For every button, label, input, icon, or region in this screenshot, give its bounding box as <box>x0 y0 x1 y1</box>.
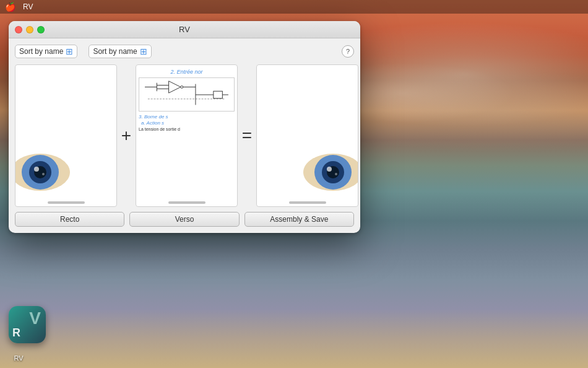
apple-menu-icon[interactable]: 🍎 <box>5 2 15 12</box>
window-title: RV <box>179 25 190 34</box>
traffic-lights <box>15 26 45 33</box>
maximize-button[interactable] <box>37 26 45 33</box>
sort-left-arrow-icon: ⊞ <box>66 46 73 56</box>
sort-left-label: Sort by name <box>19 47 63 56</box>
verso-panel: 2. Entrée nor <box>136 64 238 207</box>
minimize-button[interactable] <box>26 26 33 33</box>
recto-scrollbar <box>48 201 85 204</box>
svg-marker-10 <box>169 81 181 93</box>
sort-left-select[interactable]: Sort by name ⊞ <box>15 45 77 58</box>
dock-icon-label: RV <box>0 354 37 362</box>
dock-icon-r-letter: R <box>12 326 20 340</box>
sort-right-arrow-icon: ⊞ <box>140 46 147 56</box>
verso-scrollbar <box>168 201 205 204</box>
doc-body-text: La tension de sortie d <box>139 127 235 131</box>
window-titlebar: RV <box>9 21 360 38</box>
recto-button[interactable]: Recto <box>15 212 124 227</box>
assembly-panel-inner <box>257 65 358 206</box>
doc-circuit <box>139 77 235 112</box>
svg-point-5 <box>42 173 45 175</box>
verso-button[interactable]: Verso <box>129 212 239 227</box>
recto-panel-inner <box>15 65 116 206</box>
close-button[interactable] <box>15 26 22 33</box>
dock-icon-v-letter: V <box>29 309 41 328</box>
doc-subtitle: 3. Borne de s <box>139 114 235 120</box>
assembly-panel <box>256 64 358 207</box>
panels-area: + 2. Entrée nor <box>15 64 354 207</box>
recto-panel <box>15 64 117 207</box>
menubar-app-name: RV <box>23 2 33 11</box>
assembly-scrollbar <box>289 201 326 204</box>
dock-rv-icon[interactable]: V R <box>9 306 46 343</box>
svg-point-23 <box>335 173 337 175</box>
buttons-area: Recto Verso Assembly & Save <box>15 212 354 227</box>
assembly-save-button[interactable]: Assembly & Save <box>244 212 354 227</box>
sort-right-select[interactable]: Sort by name ⊞ <box>89 45 151 58</box>
doc-title: 2. Entrée nor <box>139 69 235 75</box>
help-button[interactable]: ? <box>342 45 354 58</box>
doc-subitem: a. Action s <box>141 120 232 126</box>
menubar: 🍎 RV <box>0 0 588 14</box>
svg-point-4 <box>34 167 39 172</box>
dock-icon-inner: V R <box>9 306 46 343</box>
rv-window: RV Sort by name ⊞ Sort by name ⊞ ? <box>9 21 360 233</box>
sort-bar: Sort by name ⊞ Sort by name ⊞ ? <box>15 45 354 58</box>
eye-right-image <box>302 151 358 194</box>
svg-point-22 <box>327 167 332 172</box>
svg-rect-16 <box>214 91 222 99</box>
sort-right-label: Sort by name <box>93 47 137 56</box>
window-content: Sort by name ⊞ Sort by name ⊞ ? <box>9 38 360 233</box>
eye-left-image <box>15 151 71 194</box>
equals-operator: = <box>238 126 256 146</box>
plus-operator: + <box>117 126 136 146</box>
